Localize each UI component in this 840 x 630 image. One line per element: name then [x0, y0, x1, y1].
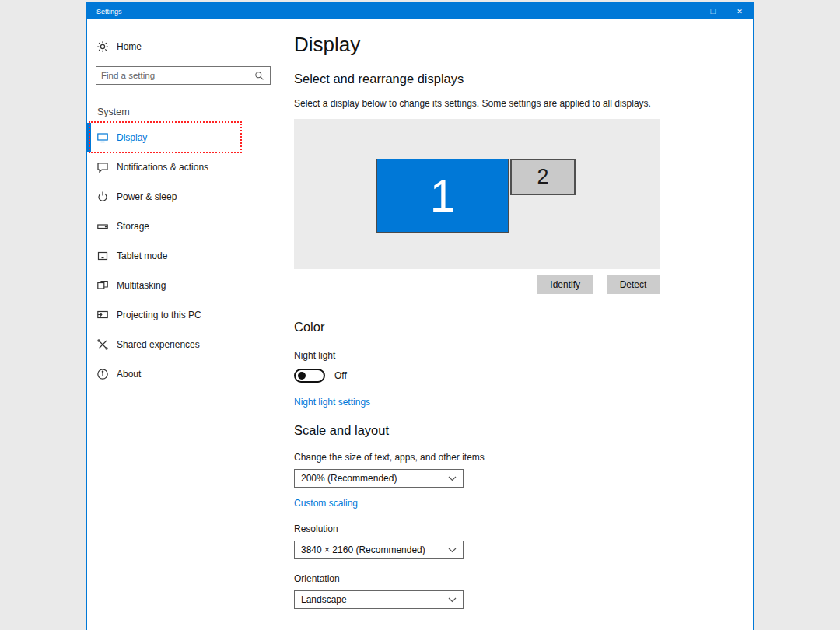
- maximize-button[interactable]: ❐: [700, 3, 726, 19]
- night-light-toggle-row: Off: [294, 369, 730, 383]
- shared-experiences-icon: [96, 338, 109, 351]
- projecting-icon: [96, 309, 109, 321]
- search-box: [96, 66, 271, 85]
- titlebar: Settings – ❐ ✕: [87, 3, 753, 19]
- resolution-label: Resolution: [294, 523, 730, 534]
- sidebar-item-power-sleep[interactable]: Power & sleep: [87, 182, 286, 212]
- display-icon: [96, 131, 109, 144]
- close-button[interactable]: ✕: [726, 3, 753, 19]
- multitasking-icon: [96, 279, 109, 292]
- detect-button[interactable]: Detect: [607, 275, 660, 294]
- identify-button[interactable]: Identify: [537, 275, 593, 294]
- sidebar-item-label: Shared experiences: [117, 339, 200, 350]
- orientation-dropdown[interactable]: Landscape: [294, 590, 464, 609]
- rearrange-description: Select a display below to change its set…: [294, 98, 730, 109]
- storage-icon: [96, 220, 109, 233]
- night-light-state: Off: [334, 370, 347, 381]
- rearrange-heading: Select and rearrange displays: [294, 72, 730, 86]
- color-heading: Color: [294, 320, 730, 334]
- sidebar-item-label: Tablet mode: [117, 250, 167, 261]
- night-light-label: Night light: [294, 350, 730, 361]
- toggle-knob: [298, 372, 306, 380]
- gear-icon: [96, 40, 109, 53]
- chevron-down-icon: [448, 548, 457, 553]
- sidebar-item-label: Power & sleep: [117, 191, 177, 202]
- sidebar-item-about[interactable]: About: [87, 359, 286, 389]
- search-input[interactable]: [96, 67, 254, 84]
- sidebar-item-tablet-mode[interactable]: Tablet mode: [87, 241, 286, 271]
- search-icon[interactable]: [254, 71, 264, 81]
- chevron-down-icon: [448, 476, 457, 481]
- size-dropdown[interactable]: 200% (Recommended): [294, 469, 464, 488]
- sidebar-item-label: About: [117, 369, 141, 380]
- window-controls: – ❐ ✕: [674, 3, 753, 19]
- sidebar-item-label: Display: [117, 132, 147, 143]
- sidebar-item-label: Projecting to this PC: [117, 310, 201, 320]
- sidebar-item-label: Home: [117, 41, 142, 52]
- sidebar-item-shared-experiences[interactable]: Shared experiences: [87, 330, 286, 359]
- sidebar-item-notifications[interactable]: Notifications & actions: [87, 152, 286, 182]
- selection-accent-bar: [87, 123, 91, 152]
- sidebar-item-home[interactable]: Home: [87, 37, 286, 57]
- sidebar-section-label: System: [97, 107, 130, 117]
- orientation-label: Orientation: [294, 573, 730, 584]
- sidebar-item-storage[interactable]: Storage: [87, 212, 286, 241]
- sidebar: Home System Display: [87, 19, 286, 630]
- minimize-button[interactable]: –: [674, 3, 700, 19]
- tablet-icon: [96, 250, 109, 262]
- chevron-down-icon: [448, 597, 457, 603]
- settings-window: Settings – ❐ ✕ Home System: [86, 2, 754, 630]
- scale-heading: Scale and layout: [294, 423, 730, 438]
- resolution-dropdown[interactable]: 3840 × 2160 (Recommended): [294, 541, 464, 559]
- sidebar-item-projecting[interactable]: Projecting to this PC: [87, 300, 286, 330]
- size-label: Change the size of text, apps, and other…: [294, 452, 730, 463]
- sidebar-item-multitasking[interactable]: Multitasking: [87, 271, 286, 300]
- night-light-toggle[interactable]: [294, 369, 325, 383]
- resolution-dropdown-value: 3840 × 2160 (Recommended): [301, 544, 425, 555]
- sidebar-item-label: Notifications & actions: [117, 162, 208, 173]
- window-title: Settings: [87, 8, 674, 16]
- night-light-settings-link[interactable]: Night light settings: [294, 397, 370, 408]
- notifications-icon: [96, 161, 109, 173]
- sidebar-item-display[interactable]: Display: [87, 123, 286, 152]
- size-dropdown-value: 200% (Recommended): [301, 473, 397, 484]
- monitor-1[interactable]: 1: [376, 159, 509, 233]
- power-icon: [96, 191, 109, 203]
- about-icon: [96, 368, 109, 380]
- sidebar-nav: Display Notifications & actions Power & …: [87, 123, 286, 389]
- panel-buttons: Identify Detect: [294, 275, 660, 294]
- orientation-dropdown-value: Landscape: [301, 594, 347, 605]
- custom-scaling-link[interactable]: Custom scaling: [294, 498, 358, 509]
- display-arrangement-panel: 1 2: [294, 119, 660, 269]
- sidebar-item-label: Multitasking: [117, 280, 166, 291]
- sidebar-item-label: Storage: [117, 221, 149, 232]
- page-title: Display: [294, 33, 730, 57]
- main-content: Display Select and rearrange displays Se…: [294, 19, 730, 630]
- monitor-2[interactable]: 2: [510, 159, 576, 195]
